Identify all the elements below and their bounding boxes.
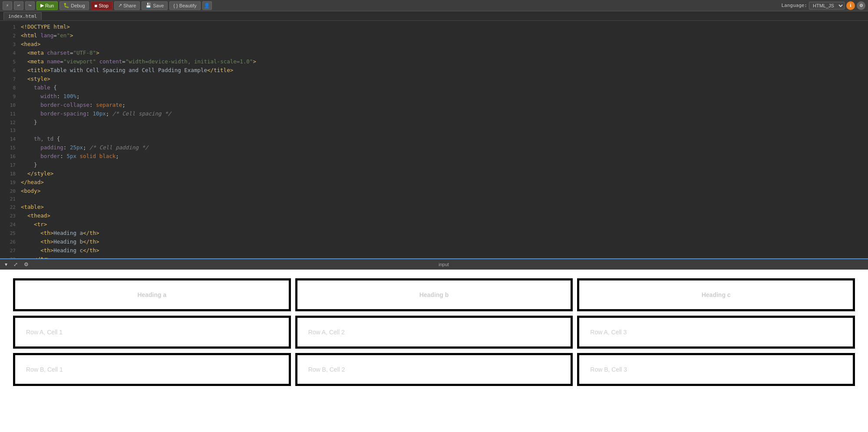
line-number: 14	[3, 135, 16, 143]
settings-button[interactable]: ⚙	[857, 1, 865, 10]
code-content: border-spacing: 10px; /* Cell spacing */	[21, 109, 171, 118]
line-number: 13	[3, 127, 16, 135]
lightning-icon-btn[interactable]: ⚡	[3, 1, 12, 10]
code-content: <title>Table with Cell Spacing and Cell …	[21, 66, 233, 75]
line-number: 22	[3, 204, 16, 211]
stop-icon: ■	[95, 3, 98, 8]
main-toolbar: ⚡ ↩ ↪ ▶ Run 🐛 Debug ■ Stop ↗ Share 💾 Sav…	[0, 0, 868, 11]
preview-content: Heading aHeading bHeading cRow A, Cell 1…	[0, 270, 868, 432]
table-header-cell: Heading a	[13, 278, 291, 311]
code-line: 16 border: 5px solid black;	[0, 152, 868, 161]
beautify-button[interactable]: { } Beautify	[169, 1, 200, 10]
share-button[interactable]: ↗ Share	[114, 1, 140, 10]
save-icon: 💾	[145, 3, 152, 8]
code-line: 6 <title>Table with Cell Spacing and Cel…	[0, 66, 868, 75]
run-icon: ▶	[40, 3, 44, 8]
line-number: 1	[3, 23, 16, 31]
code-content: </style>	[21, 169, 53, 178]
code-content: table {	[21, 83, 57, 92]
line-number: 28	[3, 256, 16, 258]
code-line: 10 border-collapse: separate;	[0, 101, 868, 109]
line-number: 8	[3, 84, 16, 92]
code-line: 23 <thead>	[0, 211, 868, 220]
code-line: 12 }	[0, 118, 868, 127]
code-content: <style>	[21, 75, 50, 83]
code-content: <meta name="viewport" content="width=dev…	[21, 57, 256, 66]
code-content: <tr>	[21, 220, 47, 229]
code-content: <meta charset="UTF-8">	[21, 49, 99, 57]
line-number: 16	[3, 153, 16, 161]
code-content: padding: 25px; /* Cell padding */	[21, 143, 149, 152]
line-number: 9	[3, 93, 16, 101]
code-line: 8 table {	[0, 83, 868, 92]
line-number: 17	[3, 162, 16, 169]
code-content: <th>Heading a</th>	[21, 229, 99, 237]
code-line: 24 <tr>	[0, 220, 868, 229]
table-cell: Row A, Cell 2	[295, 316, 573, 349]
line-number: 20	[3, 188, 16, 195]
table-cell: Row B, Cell 3	[577, 353, 855, 386]
line-number: 12	[3, 119, 16, 127]
code-line: 7 <style>	[0, 75, 868, 83]
code-content: width: 100%;	[21, 92, 80, 101]
code-content: <body>	[21, 187, 40, 195]
code-line: 5 <meta name="viewport" content="width=d…	[0, 57, 868, 66]
code-line: 2<html lang="en">	[0, 31, 868, 40]
code-line: 26 <th>Heading b</th>	[0, 237, 868, 246]
code-content: th, td {	[21, 135, 60, 143]
person-icon-btn[interactable]: 👤	[202, 1, 212, 10]
code-line: 17 }	[0, 161, 868, 169]
line-number: 21	[3, 195, 16, 203]
code-line: 20<body>	[0, 187, 868, 195]
line-number: 6	[3, 67, 16, 75]
table-cell: Row B, Cell 2	[295, 353, 573, 386]
table-cell: Row B, Cell 1	[13, 353, 291, 386]
table-row: Row B, Cell 1Row B, Cell 2Row B, Cell 3	[13, 353, 855, 386]
code-line: 19</head>	[0, 178, 868, 187]
line-number: 26	[3, 238, 16, 246]
preview-expand-btn[interactable]: ⤢	[12, 261, 19, 268]
run-button[interactable]: ▶ Run	[36, 1, 58, 10]
code-line: 14 th, td {	[0, 135, 868, 143]
code-line: 1<!DOCTYPE html>	[0, 23, 868, 31]
line-number: 27	[3, 247, 16, 255]
code-content: <thead>	[21, 211, 50, 220]
code-line: 9 width: 100%;	[0, 92, 868, 101]
code-content: }	[21, 161, 37, 169]
line-number: 18	[3, 170, 16, 178]
line-number: 23	[3, 212, 16, 220]
file-tab-bar: index.html	[0, 11, 868, 21]
code-content: }	[21, 118, 37, 127]
save-button[interactable]: 💾 Save	[142, 1, 168, 10]
language-label: Language:	[781, 3, 807, 8]
code-line: 25 <th>Heading a</th>	[0, 229, 868, 237]
line-number: 19	[3, 179, 16, 187]
preview-settings-btn[interactable]: ⚙	[23, 261, 30, 268]
redo-icon-btn[interactable]: ↪	[25, 1, 35, 10]
code-line: 18 </style>	[0, 169, 868, 178]
code-editor[interactable]: 1<!DOCTYPE html>2<html lang="en">3<head>…	[0, 21, 868, 258]
code-content: <table>	[21, 203, 44, 211]
info-button[interactable]: ℹ	[846, 1, 855, 10]
code-content: </head>	[21, 178, 44, 187]
language-select[interactable]: HTML_JS CSS JavaScript	[809, 2, 845, 10]
code-line: 3<head>	[0, 40, 868, 49]
preview-label: input	[33, 262, 854, 267]
stop-button[interactable]: ■ Stop	[91, 1, 112, 10]
code-line: 28 </tr>	[0, 255, 868, 258]
line-number: 4	[3, 49, 16, 57]
code-content: <!DOCTYPE html>	[21, 23, 70, 31]
code-line: 11 border-spacing: 10px; /* Cell spacing…	[0, 109, 868, 118]
line-number: 3	[3, 41, 16, 49]
undo-icon-btn[interactable]: ↩	[14, 1, 23, 10]
share-icon: ↗	[118, 3, 122, 8]
file-tab-index-html[interactable]: index.html	[3, 12, 42, 20]
line-number: 2	[3, 32, 16, 40]
code-content: <th>Heading c</th>	[21, 246, 99, 255]
preview-panel: ▾ ⤢ ⚙ input Heading aHeading bHeading cR…	[0, 258, 868, 432]
preview-collapse-btn[interactable]: ▾	[3, 261, 9, 268]
table-header-cell: Heading b	[295, 278, 573, 311]
table-cell: Row A, Cell 1	[13, 316, 291, 349]
table-header-cell: Heading c	[577, 278, 855, 311]
debug-button[interactable]: 🐛 Debug	[59, 1, 89, 10]
